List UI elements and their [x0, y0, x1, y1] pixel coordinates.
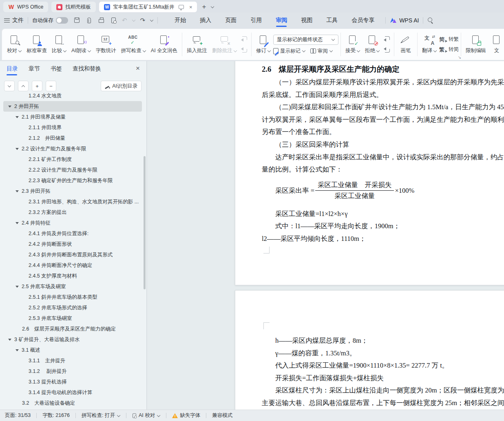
menu-tab-0[interactable]: 开始 — [168, 13, 193, 28]
spell-check-status[interactable]: 拼写检查: 打开 — [76, 412, 126, 419]
toc-item[interactable]: 2.3.2 方案的提出 — [3, 207, 142, 218]
page-indicator[interactable]: 页面: 31/53 — [5, 412, 36, 419]
toc-item[interactable]: 1.2.4 水文地质 — [3, 90, 142, 101]
toc-item[interactable]: 3.1.1 主井提升 — [3, 355, 142, 366]
toc-item[interactable]: 2 井田开拓 — [3, 101, 142, 112]
dialog-launcher-icon[interactable]: ↘ — [458, 55, 461, 60]
redo-icon[interactable]: ↷ — [140, 17, 146, 23]
proofing-button[interactable]: 校对 — [4, 31, 24, 58]
toc-item[interactable]: 2.5 井底车场及硐室 — [3, 281, 142, 292]
print-preview-icon[interactable] — [110, 17, 117, 24]
toc-item[interactable]: 2.4.3 斜井井筒断面布置原则及其形式 — [3, 249, 142, 260]
ai-proofread-status[interactable]: AI 校对 — [126, 412, 166, 419]
collapse-triangle-icon[interactable] — [15, 222, 19, 224]
menu-tab-2[interactable]: 页面 — [218, 13, 243, 28]
ai-read-aloud-button[interactable]: AI朗读 — [69, 31, 93, 58]
menu-tab-4[interactable]: 审阅 — [269, 13, 294, 28]
tab-docer-templates[interactable]: 找稻壳模板 — [51, 2, 96, 12]
collapse-triangle-icon[interactable] — [15, 286, 19, 288]
ink-button[interactable]: 画笔 — [396, 31, 415, 58]
print-icon[interactable] — [97, 17, 105, 24]
compatibility-mode-indicator[interactable]: 兼容模式 — [206, 412, 238, 419]
collapse-all-button[interactable] — [18, 81, 29, 91]
search-icon[interactable] — [427, 17, 434, 24]
autosave-control[interactable]: 自动保存 — [32, 17, 68, 24]
ai-recognize-toc-button[interactable]: AI识别目录 — [101, 81, 141, 91]
missing-font-warning[interactable]: 缺失字体 — [166, 412, 206, 419]
tab-wps-office[interactable]: W WPS Office — [3, 2, 48, 12]
collapse-triangle-icon[interactable] — [15, 190, 19, 192]
share-screen-icon[interactable] — [179, 5, 184, 9]
compare-button[interactable]: ↔ 比较 — [49, 31, 69, 58]
toc-item[interactable]: 2.5.1 斜井井底车场的基本类型 — [3, 292, 142, 302]
toc-item[interactable]: 2.5.2 井底车场形式的选择 — [3, 302, 142, 313]
document-page-1[interactable]: 2.6 煤层开采顺序及采区生产能力的确定（一）采区内煤层开采顺序设计采用双翼开采… — [235, 61, 504, 285]
collapse-triangle-icon[interactable] — [8, 106, 11, 108]
menu-tab-7[interactable]: 会员专享 — [345, 13, 381, 28]
menu-tab-3[interactable]: 引用 — [243, 13, 269, 28]
word-count-button[interactable]: 12+ 字数统计 — [93, 31, 119, 58]
toc-item[interactable]: 3 矿井提升、大巷运输及排水 — [3, 334, 142, 345]
new-tab-button[interactable]: + — [200, 3, 208, 11]
sidebar-scrollbar[interactable] — [144, 156, 146, 289]
restrict-editing-button[interactable]: 限制编辑 — [463, 31, 489, 58]
toc-item[interactable]: 2.5.3 井底车场硐室 — [3, 313, 142, 324]
toc-item[interactable]: 3.1.4 提升电动机的选择计算 — [3, 387, 142, 398]
document-page-2[interactable]: h——采区内煤层总厚度，8m；γ——煤的容重，1.35t/m3。代入上式得采区工… — [235, 290, 504, 410]
track-changes-button[interactable]: 修订 — [254, 31, 273, 58]
simplified-to-traditional-button[interactable]: 简 转繁 — [439, 36, 459, 43]
collapse-triangle-icon[interactable] — [15, 116, 19, 118]
redo-chevron-icon[interactable] — [150, 19, 153, 22]
clipped-ribbon-button[interactable]: 文 — [489, 31, 504, 58]
standard-review-button[interactable]: 标准审查 — [24, 31, 49, 58]
ai-polish-button[interactable]: AI 全文润色 — [148, 31, 180, 58]
expand-all-button[interactable] — [4, 81, 15, 91]
toc-item[interactable]: 2.4.5 支护厚度与材料 — [3, 271, 142, 281]
spell-check-button[interactable]: ABC✓ 拼写检查 — [119, 31, 148, 58]
undo-chevron-icon[interactable] — [132, 19, 135, 22]
sidebar-tab-bookmarks[interactable]: 书签 — [51, 61, 62, 77]
save-icon[interactable] — [73, 17, 80, 24]
toc-item[interactable]: 2.3.1 井田地形、构造、水文地质对其开拓的影 ... — [3, 196, 142, 207]
traditional-to-simplified-button[interactable]: 繁 转简 — [439, 46, 459, 53]
wps-ai-menu[interactable]: WPS AI — [390, 17, 419, 24]
toc-item[interactable]: 3.1 概述 — [3, 345, 142, 355]
zoom-in-outline-button[interactable]: + — [32, 81, 42, 91]
toc-item[interactable]: 2.2.3 确定矿井的生产能力和服务年限 — [3, 175, 142, 186]
menu-tab-1[interactable]: 插入 — [193, 13, 218, 28]
menu-tab-6[interactable]: 工具 — [319, 13, 345, 28]
sidebar-tab-find-replace[interactable]: 查找和替换 — [73, 61, 101, 77]
markup-state-dropdown[interactable]: 显示标记的最终状态 — [273, 35, 338, 45]
hamburger-icon[interactable] — [4, 18, 10, 22]
toc-item[interactable]: 2.2.2 设计生产能力及服务年限 — [3, 165, 142, 175]
tab-document-active[interactable]: W 宝丰集团红五矿1.5Mta新井通 × — [99, 2, 197, 12]
toc-item[interactable]: 2.2 设计生产能力及服务年限 — [3, 143, 142, 154]
show-markup-button[interactable]: 显示标记 — [273, 48, 305, 55]
collapse-triangle-icon[interactable] — [15, 349, 19, 351]
close-sidebar-icon[interactable]: × — [136, 64, 140, 73]
translate-button[interactable]: 文A⇄ 翻译 — [420, 31, 439, 58]
sidebar-tab-contents[interactable]: 目录 — [7, 61, 18, 77]
tab-list-chevron-icon[interactable] — [211, 5, 214, 9]
toc-item[interactable]: 2.4 井筒特征 — [3, 218, 142, 228]
export-pdf-icon[interactable] — [85, 17, 93, 24]
toc-item[interactable]: 2.1.2 井田储量 — [3, 133, 142, 143]
autosave-toggle[interactable] — [56, 17, 68, 24]
sidebar-tab-chapters[interactable]: 章节 — [29, 61, 40, 77]
collapse-triangle-icon[interactable] — [8, 339, 11, 341]
toc-item[interactable]: 2.6 煤层开采顺序及采区生产能力的确定 — [3, 324, 142, 334]
accept-button[interactable]: ✓ 接受 — [343, 31, 363, 58]
insert-comment-button[interactable]: + 插入批注 — [184, 31, 210, 58]
toc-item[interactable]: 3.1.2 副井提升 — [3, 366, 142, 377]
reject-button[interactable]: 拒绝 — [363, 31, 382, 58]
toc-item[interactable]: 2.1 井田境界及储量 — [3, 112, 142, 122]
undo-icon[interactable]: ↶ — [122, 17, 127, 23]
review-pane-button[interactable]: 审阅 — [310, 48, 333, 55]
toc-item[interactable]: 2.4.2 井筒断面形状 — [3, 239, 142, 249]
collapse-triangle-icon[interactable] — [15, 148, 19, 150]
toc-item[interactable]: 2.1.1 井田境界 — [3, 122, 142, 133]
toc-item[interactable]: 2.3 井田开拓 — [3, 186, 142, 196]
previous-change-button[interactable] — [382, 34, 392, 43]
next-change-button[interactable] — [382, 46, 392, 55]
toc-item[interactable]: 3.2 大巷运输设备确定 — [3, 398, 142, 408]
